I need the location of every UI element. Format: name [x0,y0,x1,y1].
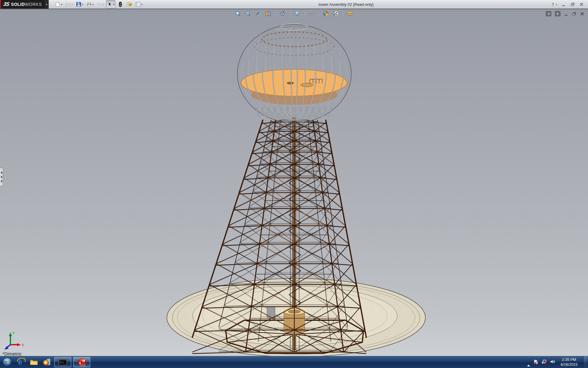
main-toolbar: ▾▾▾▾▾▾▾ [54,0,143,8]
toolbar-separator [318,12,319,17]
solidworks-taskbar-button[interactable]: SW2015 [73,357,90,367]
dropdown-caret-icon: ▾ [92,3,94,6]
clock-time: 2:35 PM [560,357,578,362]
save-icon [76,1,82,7]
doc-next-icon [556,11,560,17]
zoom-area-icon [245,10,251,18]
triad-y-label: Y [12,331,15,335]
doc-next-button[interactable] [555,11,560,16]
doc-close-button[interactable] [580,12,584,16]
menu-flyout-tab[interactable]: ▸ [45,0,49,9]
doc-prev-icon [547,11,550,17]
solidworks-logo[interactable]: 3S SOLIDWORKS [0,0,45,9]
dropdown-caret-icon: ▾ [113,3,115,6]
restore-button[interactable] [571,2,575,6]
display-style-button[interactable] [293,10,301,18]
dropdown-caret-icon: ▾ [71,3,73,6]
open-button: ▾ [64,0,74,8]
undo-button: ▾ [96,0,105,8]
view-orientation-icon [280,10,286,18]
apply-scene-button[interactable] [332,10,340,18]
windows-taskbar: eC:\_SW2015 2:35 PM 6/26/2015 [0,356,588,368]
undo-icon [96,1,103,7]
dome-cage [237,21,351,123]
select-icon [107,1,113,7]
tray-expand-button[interactable] [527,359,530,365]
start-icon [2,357,12,367]
window-controls: ? ▾ [552,2,584,7]
clock-date: 6/26/2015 [560,362,578,367]
orientation-triad: Y X [2,331,26,350]
open-icon [65,1,71,7]
comment-icon [126,1,132,7]
close-button[interactable] [579,2,584,6]
dropdown-caret-icon: ▾ [82,3,83,6]
previous-view-button[interactable] [254,10,262,18]
solidworks-icon: SW2015 [77,358,86,367]
svg-text:W: W [82,359,85,362]
section-view-button[interactable] [264,10,272,18]
new-button[interactable]: ▾ [54,0,63,8]
new-icon [55,1,61,7]
wmp-taskbar-button[interactable] [40,356,53,368]
zoom-area-button[interactable] [244,10,252,18]
apply-scene-icon [333,10,339,18]
comment-button[interactable] [125,0,133,8]
document-window-controls [546,11,584,16]
svg-text:2015: 2015 [79,364,85,367]
collapse-arrow-icon [1,180,2,182]
display-style-icon [294,10,300,18]
win-restore-icon [572,12,576,17]
network-error-icon[interactable] [541,359,547,366]
minimize-button[interactable] [562,2,566,6]
print-button[interactable]: ▾ [85,0,95,8]
action-center-icon[interactable] [533,359,538,366]
view-settings-button[interactable] [346,10,354,18]
win-close-icon [580,12,584,17]
zoom-fit-icon [235,10,241,18]
explorer-icon [30,358,38,366]
options-button[interactable]: ▾ [134,0,144,8]
doc-restore-button[interactable] [572,12,576,16]
tower-assembly-model[interactable] [0,9,588,356]
start-button[interactable] [2,357,12,367]
explorer-taskbar-button[interactable] [28,356,40,368]
toolbar-separator [343,12,343,17]
ie-taskbar-button[interactable]: e [15,356,28,368]
view-settings-icon [347,10,353,18]
dropdown-caret-icon: ▾ [141,3,143,6]
doc-prev-button[interactable] [546,11,551,16]
show-desktop-button[interactable] [583,356,587,368]
ie-icon: e [17,358,25,366]
edit-appearance-icon [323,10,329,18]
system-tray: 2:35 PM 6/26/2015 [527,356,588,368]
dropdown-caret-icon: ▾ [61,3,62,6]
volume-icon[interactable] [550,359,555,366]
section-view-icon [265,10,271,18]
doc-min-button[interactable] [564,12,568,16]
traffic-light-button[interactable] [116,0,124,8]
hide-show-items-icon [308,10,315,18]
graphics-area[interactable]: Y X *Dimetric [0,9,588,356]
wmp-icon [43,358,51,366]
cmd-icon: C:\_ [58,358,67,366]
dropdown-caret-icon: ▾ [103,3,104,6]
help-caret-icon: ▾ [556,3,557,6]
win-min-icon [564,12,568,17]
taskbar-apps: eC:\_SW2015 [0,356,91,368]
traffic-light-icon [117,1,123,7]
save-button[interactable]: ▾ [75,0,84,8]
select-button[interactable]: ▾ [106,0,115,8]
triad-x-label: X [22,343,24,347]
cmd-taskbar-button[interactable]: C:\_ [54,357,71,367]
flyout-arrow-icon: ▸ [46,3,48,6]
view-orientation-button[interactable] [279,10,287,18]
help-button[interactable]: ? [552,2,554,7]
edit-appearance-button[interactable] [322,10,330,18]
zoom-fit-button[interactable] [234,10,242,18]
taskbar-clock[interactable]: 2:35 PM 6/26/2015 [560,357,578,367]
toolbar-separator [290,12,290,17]
featuremanager-collapse-tab[interactable] [0,168,3,186]
brand-text: SOLIDWORKS [11,2,42,7]
tray-expand-icon [527,359,530,366]
